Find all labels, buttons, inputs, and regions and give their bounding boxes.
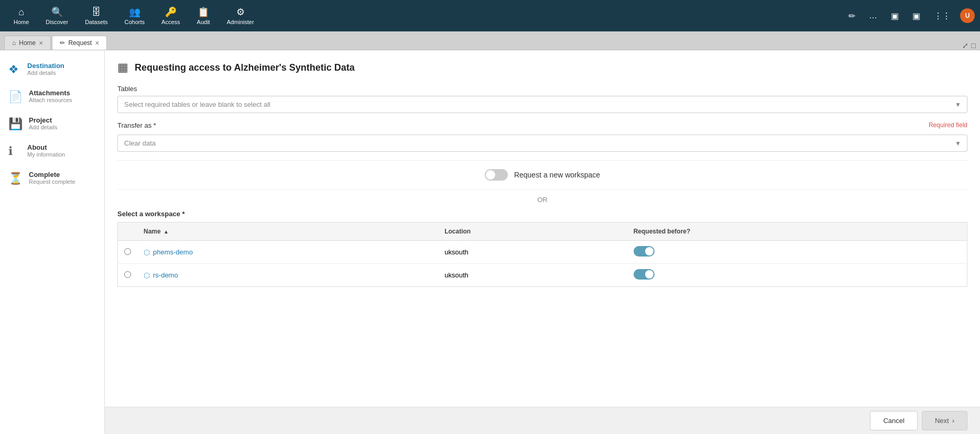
transfer-as-label: Transfer as * [117, 121, 156, 129]
nav-discover-label: Discover [46, 19, 68, 25]
workspace-toggle-label: Request a new workspace [514, 171, 600, 179]
tab-request[interactable]: ✏ Request × [52, 36, 107, 50]
workspace-cube-icon-phems: ⬡ [144, 248, 150, 257]
row-phems-demo-radio-cell [118, 241, 138, 264]
tab-expand-controls: ⤢ □ [962, 41, 976, 50]
sidebar-item-complete[interactable]: ⏳ Complete Request complete [0, 164, 104, 192]
nav-items: ⌂ Home 🔍 Discover 🗄 Datasets 👥 Cohorts 🔑… [5, 2, 844, 29]
window-button-1[interactable]: ▣ [887, 9, 903, 23]
sidebar-project-title: Project [29, 116, 57, 124]
row-rs-demo-toggle-cell [627, 264, 967, 287]
home-icon: ⌂ [18, 7, 24, 18]
row-rs-demo-link[interactable]: ⬡ rs-demo [144, 271, 432, 280]
sidebar-complete-title: Complete [29, 171, 75, 179]
row-phems-demo-link[interactable]: ⬡ phems-demo [144, 248, 432, 257]
audit-icon: 📋 [198, 6, 209, 18]
nav-audit-label: Audit [197, 19, 210, 25]
nav-cohorts-label: Cohorts [125, 19, 145, 25]
tab-request-close[interactable]: × [95, 39, 99, 47]
destination-icon: ❖ [8, 63, 21, 76]
tab-bar: ⌂ Home × ✏ Request × ⤢ □ [0, 31, 980, 50]
row-phems-demo-name: phems-demo [153, 248, 193, 256]
row-rs-demo-name: rs-demo [153, 271, 178, 279]
transfer-as-row: Transfer as * Required field [117, 121, 967, 132]
collapse-icon[interactable]: □ [972, 41, 976, 50]
administer-icon: ⚙ [236, 6, 245, 18]
new-workspace-toggle[interactable] [485, 169, 508, 181]
about-icon: ℹ [8, 144, 21, 158]
datasets-icon: 🗄 [92, 7, 101, 18]
sidebar-attachments-subtitle: Attach resources [29, 97, 72, 103]
tab-home-icon: ⌂ [12, 39, 16, 47]
col-name-sort-icon: ▲ [164, 229, 169, 235]
bottom-bar: Cancel Next › [105, 407, 980, 434]
sidebar-item-project-text: Project Add details [29, 116, 57, 130]
sidebar-item-complete-text: Complete Request complete [29, 171, 75, 185]
required-field-text: Required field [929, 121, 967, 129]
sidebar-item-attachments[interactable]: 📄 Attachments Attach resources [0, 83, 104, 110]
tab-request-icon: ✏ [60, 39, 65, 47]
col-location: Location [438, 222, 627, 241]
attachments-icon: 📄 [8, 90, 23, 104]
next-button[interactable]: Next › [922, 411, 967, 430]
expand-icon[interactable]: ⤢ [962, 41, 968, 50]
nav-right-controls: ✏ … ▣ ▣ ⋮⋮ U [844, 8, 975, 23]
page-header-icon: ▦ [117, 61, 128, 74]
nav-administer[interactable]: ⚙ Administer [219, 2, 263, 29]
workspace-cube-icon-rs: ⬡ [144, 271, 150, 280]
row-phems-demo-name-cell: ⬡ phems-demo [137, 241, 438, 264]
workspace-table-header-row: Name ▲ Location Requested before? [118, 222, 967, 241]
nav-home[interactable]: ⌂ Home [5, 3, 37, 29]
row-rs-demo-radio[interactable] [124, 271, 131, 278]
table-row: ⬡ phems-demo uksouth [118, 241, 967, 264]
tab-home[interactable]: ⌂ Home × [4, 36, 51, 50]
window-button-2[interactable]: ▣ [908, 9, 924, 23]
grid-button[interactable]: ⋮⋮ [930, 9, 955, 23]
workspace-table: Name ▲ Location Requested before? ⬡ ph [117, 222, 967, 287]
tab-home-label: Home [19, 39, 36, 47]
more-button[interactable]: … [865, 9, 881, 23]
row-rs-demo-radio-cell [118, 264, 138, 287]
nav-cohorts[interactable]: 👥 Cohorts [116, 2, 154, 29]
next-button-arrow: › [952, 417, 954, 425]
col-select [118, 222, 138, 241]
tables-select[interactable]: Select required tables or leave blank to… [117, 96, 967, 113]
row-phems-demo-toggle-cell [627, 241, 967, 264]
sidebar-item-about[interactable]: ℹ About My information [0, 137, 104, 164]
sidebar-item-destination-text: Destination Add details [27, 62, 64, 76]
sidebar-item-destination[interactable]: ❖ Destination Add details [0, 55, 104, 83]
row-rs-demo-location: uksouth [438, 264, 627, 287]
nav-discover[interactable]: 🔍 Discover [37, 2, 77, 29]
transfer-as-dropdown-wrapper: Clear data ▼ [117, 135, 967, 152]
user-avatar[interactable]: U [960, 8, 975, 23]
tab-home-close[interactable]: × [39, 39, 43, 47]
top-navigation: ⌂ Home 🔍 Discover 🗄 Datasets 👥 Cohorts 🔑… [0, 0, 980, 31]
sidebar-destination-subtitle: Add details [27, 70, 64, 76]
discover-icon: 🔍 [51, 6, 63, 18]
table-row: ⬡ rs-demo uksouth [118, 264, 967, 287]
nav-audit[interactable]: 📋 Audit [189, 2, 219, 29]
edit-button[interactable]: ✏ [844, 9, 859, 23]
row-rs-demo-toggle[interactable] [634, 269, 655, 280]
nav-access[interactable]: 🔑 Access [153, 2, 188, 29]
sidebar-about-title: About [27, 143, 65, 151]
tab-request-label: Request [68, 39, 92, 47]
transfer-as-select[interactable]: Clear data [117, 135, 967, 152]
sidebar-item-attachments-text: Attachments Attach resources [29, 89, 72, 103]
workspace-table-header: Name ▲ Location Requested before? [118, 222, 967, 241]
nav-datasets[interactable]: 🗄 Datasets [77, 3, 116, 29]
page-title: Requesting access to Alzheimer's Synthet… [135, 62, 355, 73]
sidebar-attachments-title: Attachments [29, 89, 72, 97]
project-icon: 💾 [8, 117, 23, 131]
sidebar-about-subtitle: My information [27, 151, 65, 158]
sidebar-item-project[interactable]: 💾 Project Add details [0, 110, 104, 137]
row-rs-demo-name-cell: ⬡ rs-demo [137, 264, 438, 287]
row-phems-demo-radio[interactable] [124, 248, 131, 255]
sidebar-complete-subtitle: Request complete [29, 179, 75, 185]
cancel-button[interactable]: Cancel [870, 411, 917, 430]
row-phems-demo-toggle[interactable] [634, 246, 655, 257]
nav-access-label: Access [161, 19, 180, 25]
sidebar-destination-title: Destination [27, 62, 64, 70]
tables-label: Tables [117, 85, 967, 93]
access-icon: 🔑 [165, 6, 177, 18]
